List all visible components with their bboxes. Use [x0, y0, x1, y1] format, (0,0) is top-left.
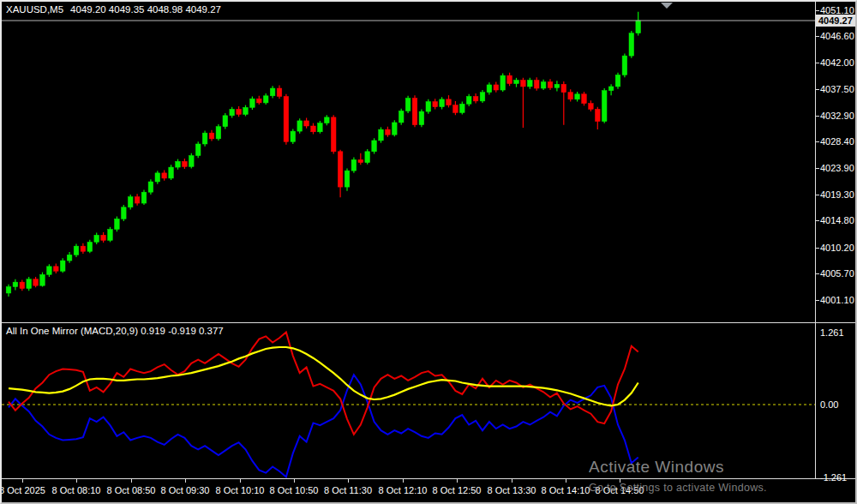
candle-body: [263, 96, 268, 103]
candle-body: [615, 75, 620, 87]
candle-body: [480, 93, 485, 101]
candle-body: [297, 121, 303, 131]
chart-header: XAUUSD,M54049.20 4049.35 4048.98 4049.27: [6, 4, 221, 15]
indicator-label: All In One Mirror (MACD,20,9) 0.919 -0.9…: [6, 326, 224, 336]
time-tick-mark: [348, 479, 349, 483]
candle-body: [554, 84, 560, 87]
time-tick-mark: [403, 479, 404, 483]
candle-body: [446, 99, 452, 105]
candle-body: [47, 267, 52, 274]
candle-body: [466, 96, 471, 104]
candle-body: [223, 116, 228, 127]
candle-body: [183, 161, 188, 166]
candle-body: [622, 56, 627, 75]
price-tick-mark: [815, 300, 819, 301]
price-tick-label: 4019.30: [820, 189, 854, 200]
candle-body: [345, 171, 350, 187]
candle-body: [602, 91, 607, 122]
candle-body: [521, 81, 526, 87]
time-tick-mark: [457, 479, 458, 483]
signal-line: [9, 347, 638, 405]
candle-body: [291, 131, 296, 141]
price-tick-mark: [815, 36, 819, 37]
pane-separator[interactable]: [2, 322, 855, 323]
indicator-tick-label: 0.00: [820, 399, 838, 410]
candle-body: [399, 111, 404, 123]
candle-body: [426, 102, 431, 112]
candle-body: [460, 104, 465, 112]
candle-body: [514, 81, 519, 84]
candle-body: [6, 287, 11, 293]
candle-body: [419, 111, 424, 125]
candle-body: [608, 87, 614, 91]
indicator-tick-label: 1.261: [820, 327, 844, 338]
chart-window: XAUUSD,M54049.20 4049.35 4048.98 4049.27…: [0, 0, 857, 504]
candle-body: [541, 82, 546, 88]
candle-body: [311, 126, 316, 132]
candle-body: [338, 152, 343, 187]
candle-body: [561, 84, 566, 92]
candle-body: [250, 99, 255, 107]
price-tick-label: 4023.90: [820, 163, 854, 173]
candle-body: [108, 230, 113, 241]
candle-body: [135, 197, 140, 203]
price-tick-mark: [815, 195, 819, 195]
candle-body: [257, 99, 262, 103]
candle-body: [230, 109, 235, 115]
activate-windows-watermark: Activate Windows: [589, 458, 724, 477]
candle-body: [548, 82, 553, 88]
candle-body: [122, 207, 127, 219]
candle-body: [358, 159, 363, 162]
candle-body: [596, 109, 601, 121]
candle-body: [27, 279, 32, 289]
current-price-tag: 4049.27: [816, 15, 855, 27]
candle-body: [582, 94, 587, 104]
candlestick-chart[interactable]: [2, 2, 815, 322]
price-tick-mark: [815, 141, 819, 142]
time-axis-separator: [2, 478, 855, 479]
candle-body: [331, 117, 336, 152]
price-tick-label: 4028.40: [820, 136, 854, 147]
candle-body: [473, 96, 478, 100]
ohlc-values: 4049.20 4049.35 4048.98 4049.27: [70, 4, 221, 15]
candle-body: [440, 99, 445, 107]
price-axis-separator: [815, 2, 816, 478]
time-tick-mark: [566, 479, 566, 483]
candle-body: [433, 102, 438, 107]
candle-body: [128, 197, 133, 207]
candle-body: [54, 267, 59, 271]
candle-body: [494, 85, 499, 90]
candle-body: [101, 235, 106, 240]
chart-shift-marker-icon[interactable]: [661, 3, 673, 9]
candle-body: [393, 123, 398, 135]
candle-body: [87, 242, 93, 251]
candle-body: [81, 246, 86, 251]
candle-body: [284, 96, 289, 141]
price-tick-mark: [815, 89, 819, 90]
candle-body: [453, 105, 458, 113]
candle-body: [534, 81, 539, 88]
price-tick-label: 4042.00: [820, 57, 854, 68]
candle-body: [141, 192, 147, 203]
price-tick-label: 4014.80: [820, 215, 854, 225]
candle-body: [365, 152, 370, 163]
price-tick-mark: [815, 220, 819, 221]
time-tick-mark: [131, 479, 132, 483]
time-tick-mark: [185, 479, 186, 483]
candle-body: [243, 107, 249, 114]
price-tick-label: 4037.50: [820, 84, 854, 94]
candle-body: [189, 156, 195, 167]
candle-body: [568, 93, 573, 99]
price-tick-label: 4005.70: [820, 268, 854, 279]
time-tick-mark: [240, 479, 241, 483]
candle-body: [528, 81, 533, 87]
candle-body: [372, 141, 377, 152]
candle-body: [304, 121, 309, 126]
price-tick-mark: [815, 116, 819, 117]
macd-mirror-indicator-chart[interactable]: [2, 323, 815, 478]
candle-body: [155, 173, 160, 182]
candle-body: [318, 123, 323, 132]
candle-body: [325, 117, 330, 123]
candle-body: [169, 167, 174, 178]
candle-body: [20, 282, 25, 288]
